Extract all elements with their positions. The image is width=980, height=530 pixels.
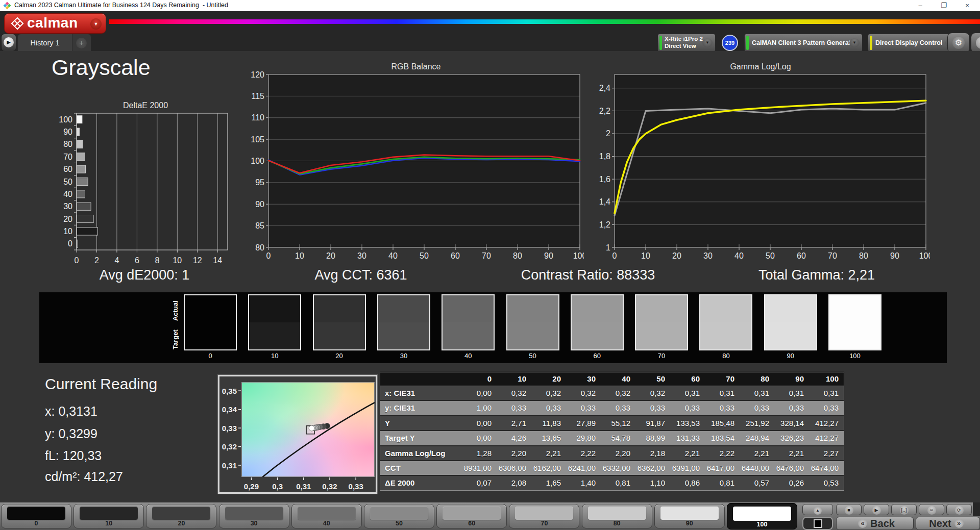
current-reading-title: Current Reading xyxy=(45,375,157,393)
svg-text:20: 20 xyxy=(63,215,72,223)
minimize-icon[interactable]: – xyxy=(909,0,932,11)
tab-scroll-button[interactable]: ▶ xyxy=(1,34,16,52)
table-header-cell: 10 xyxy=(497,372,531,385)
svg-text:0,3: 0,3 xyxy=(272,482,283,491)
display-control-dropdown[interactable]: Direct Display Control ▼ xyxy=(868,34,959,52)
svg-text:90: 90 xyxy=(63,128,72,136)
table-cell: 29,80 xyxy=(566,431,601,445)
deltae-chart-title: DeltaE 2000 xyxy=(123,101,168,110)
table-cell: 251,92 xyxy=(740,416,774,430)
table-cell: 2,21 xyxy=(740,446,774,460)
chevron-down-icon[interactable]: ▼ xyxy=(849,38,860,47)
table-cell: 0,07 xyxy=(462,476,497,490)
svg-text:60: 60 xyxy=(63,165,72,173)
svg-text:10: 10 xyxy=(295,251,304,260)
table-cell: 4,26 xyxy=(497,431,531,445)
add-tab-button[interactable]: + xyxy=(72,34,91,52)
strip-patch-10 xyxy=(248,294,301,350)
chevron-down-icon[interactable]: ▼ xyxy=(90,18,102,30)
frame-step-button[interactable]: [‥] xyxy=(891,504,917,515)
pattern-button-10[interactable]: 10 xyxy=(74,504,144,528)
pattern-button-80[interactable]: 80 xyxy=(582,504,652,528)
svg-text:70: 70 xyxy=(828,251,837,260)
play-button[interactable]: ▶ xyxy=(864,504,889,515)
grayscale-swatch-strip: Actual Target 0102030405060708090100 xyxy=(39,292,947,363)
table-cell: 0,31 xyxy=(740,386,774,400)
pattern-window-button[interactable] xyxy=(802,517,833,530)
strip-patch-30 xyxy=(377,294,430,350)
svg-text:10: 10 xyxy=(173,256,182,265)
cie-chart: 0,350,340,330,320,310,290,30,310,320,33 xyxy=(218,375,377,494)
svg-text:14: 14 xyxy=(213,256,222,265)
next-button[interactable]: Next» xyxy=(916,517,980,530)
svg-text:70: 70 xyxy=(63,153,72,161)
app-window: Calman 2023 Calman Ultimate for Business… xyxy=(0,0,980,530)
meter-dropdown[interactable]: X-Rite i1Pro 2 Direct View ▼ xyxy=(657,34,716,52)
pattern-button-40[interactable]: 40 xyxy=(291,504,362,528)
strip-patch-label: 40 xyxy=(440,352,496,360)
tab-history-1[interactable]: History 1 xyxy=(17,34,72,52)
pattern-button-60[interactable]: 60 xyxy=(436,504,507,528)
gear-icon: ⚙ xyxy=(952,37,965,49)
calman-menu-button[interactable]: calman ▼ xyxy=(4,13,106,34)
pattern-button-20[interactable]: 20 xyxy=(146,504,216,528)
settings-button[interactable]: ⚙ xyxy=(947,33,970,53)
svg-text:2,4: 2,4 xyxy=(599,84,610,92)
svg-text:0,32: 0,32 xyxy=(222,442,237,451)
svg-text:115: 115 xyxy=(251,92,264,100)
loop-button[interactable]: ∞ xyxy=(919,504,944,515)
pattern-button-label: 50 xyxy=(364,520,434,527)
workflow-back-button[interactable]: ◀ xyxy=(971,33,980,53)
sync-button[interactable]: ⟳ xyxy=(946,504,972,515)
table-cell: 0,33 xyxy=(601,401,635,415)
svg-text:12: 12 xyxy=(193,256,202,265)
chevron-down-icon[interactable]: ▼ xyxy=(702,38,713,47)
svg-text:60: 60 xyxy=(451,251,460,260)
table-cell: 1,65 xyxy=(531,476,566,490)
table-header-cell: 70 xyxy=(705,372,740,385)
table-row: Target Y0,004,2613,6529,8054,7888,99131,… xyxy=(380,430,844,445)
next-label: Next xyxy=(929,518,951,529)
window-titlebar: Calman 2023 Calman Ultimate for Business… xyxy=(0,0,980,11)
svg-text:0,33: 0,33 xyxy=(349,482,363,491)
stat-avg-cct: Avg CCT: 6361 xyxy=(314,267,407,283)
table-cell: 2,22 xyxy=(705,446,740,460)
pattern-button-0[interactable]: 0 xyxy=(1,504,71,528)
svg-text:20: 20 xyxy=(326,251,335,260)
back-button[interactable]: «Back xyxy=(836,517,914,530)
table-cell: 185,48 xyxy=(705,416,740,430)
pattern-button-label: 100 xyxy=(727,521,797,528)
strip-patch-label: 50 xyxy=(505,352,560,360)
pattern-generator-dropdown[interactable]: CalMAN Client 3 Pattern Generator ▼ xyxy=(744,34,863,52)
strip-patch-label: 20 xyxy=(312,352,367,360)
pattern-button-70[interactable]: 70 xyxy=(509,504,579,528)
collapse-bar-button[interactable]: ▲ xyxy=(802,504,833,515)
table-cell: 55,12 xyxy=(601,416,635,430)
svg-text:0,31: 0,31 xyxy=(222,461,237,470)
table-row-label: Y xyxy=(380,416,462,430)
table-header-cell: 100 xyxy=(809,372,844,385)
close-icon[interactable]: × xyxy=(955,0,979,11)
svg-text:0: 0 xyxy=(75,256,79,265)
strip-patch-60 xyxy=(571,294,624,350)
table-cell: 0,00 xyxy=(462,386,497,400)
strip-patch-label: 30 xyxy=(376,352,431,360)
reading-x: x: 0,3131 xyxy=(45,404,97,419)
cie-overlay: 0,350,340,330,320,310,290,30,310,320,33 xyxy=(219,376,379,495)
stop-button[interactable]: ■ xyxy=(836,504,862,515)
table-cell: 88,99 xyxy=(635,431,670,445)
svg-text:10: 10 xyxy=(63,227,72,236)
pattern-button-50[interactable]: 50 xyxy=(364,504,434,528)
restore-icon[interactable]: ❐ xyxy=(932,0,955,11)
svg-text:30: 30 xyxy=(357,251,366,260)
table-cell: 6448,00 xyxy=(740,461,774,475)
pattern-swatch xyxy=(733,507,791,521)
pattern-button-30[interactable]: 30 xyxy=(219,504,289,528)
table-row: Gamma Log/Log1,282,202,212,222,202,182,2… xyxy=(380,445,844,460)
pattern-button-90[interactable]: 90 xyxy=(654,504,725,528)
svg-text:90: 90 xyxy=(255,200,264,209)
table-cell: 11,83 xyxy=(531,416,566,430)
table-header-blank xyxy=(380,372,462,385)
pattern-button-100[interactable]: 100 xyxy=(727,503,797,529)
svg-text:20: 20 xyxy=(672,251,681,260)
